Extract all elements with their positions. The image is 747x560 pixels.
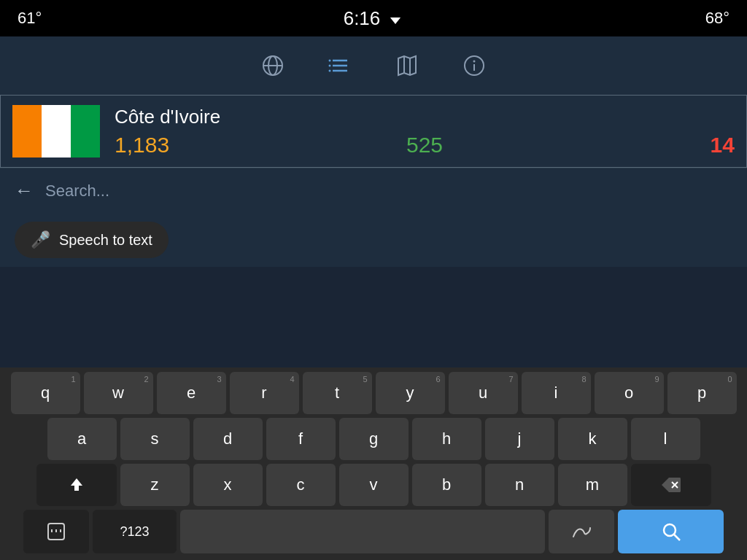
svg-point-8 [329, 65, 331, 67]
key-k[interactable]: k [558, 418, 627, 460]
key-t[interactable]: 5t [303, 372, 372, 414]
key-j[interactable]: j [485, 418, 554, 460]
flag-white [42, 105, 71, 158]
key-space[interactable] [180, 510, 545, 553]
key-x[interactable]: x [193, 464, 263, 506]
svg-point-9 [329, 70, 331, 72]
key-emoji[interactable] [23, 510, 89, 553]
key-d[interactable]: d [193, 418, 263, 460]
key-s[interactable]: s [120, 418, 190, 460]
key-l[interactable]: l [631, 418, 700, 460]
key-z[interactable]: z [120, 464, 190, 506]
flag-green [71, 105, 100, 158]
globe-icon[interactable] [261, 54, 285, 77]
back-button[interactable]: ← [15, 179, 34, 202]
key-u[interactable]: 7u [449, 372, 518, 414]
speech-to-text-button[interactable]: 🎤 Speech to text [15, 222, 169, 258]
keyboard-row-2: a s d f g h j k l [3, 418, 744, 460]
search-bar: ← Search... [0, 168, 747, 213]
keyboard-row-1: 1q 2w 3e 4r 5t 6y 7u 8i 9o 0p [3, 372, 744, 414]
temp-right: 68° [705, 9, 729, 28]
key-i[interactable]: 8i [522, 372, 591, 414]
handwrite-icon [570, 522, 592, 541]
svg-point-22 [664, 524, 676, 536]
key-a[interactable]: a [47, 418, 117, 460]
svg-marker-0 [390, 18, 400, 24]
country-stats: 1,183 525 14 [115, 133, 735, 158]
nav-bar [0, 36, 747, 95]
speech-label: Speech to text [59, 232, 152, 249]
keyboard-row-3: z x c v b n m [3, 464, 744, 506]
status-bar: 61° 6:16 68° [0, 0, 747, 36]
map-icon[interactable] [395, 54, 419, 77]
key-handwrite[interactable] [549, 510, 614, 553]
list-icon[interactable] [328, 54, 352, 77]
temp-left: 61° [18, 9, 42, 28]
key-shift[interactable] [36, 464, 117, 506]
key-search[interactable] [618, 510, 724, 553]
key-y[interactable]: 6y [376, 372, 445, 414]
search-icon [661, 521, 681, 542]
svg-point-7 [329, 60, 331, 62]
key-symbols[interactable]: ?123 [93, 510, 177, 553]
country-info: Côte d'Ivoire 1,183 525 14 [100, 106, 735, 158]
key-b[interactable]: b [412, 464, 481, 506]
keyboard: 1q 2w 3e 4r 5t 6y 7u 8i 9o 0p a s d f g … [0, 368, 747, 560]
key-h[interactable]: h [412, 418, 481, 460]
key-c[interactable]: c [266, 464, 336, 506]
time-display: 6:16 [344, 7, 381, 30]
key-v[interactable]: v [339, 464, 409, 506]
key-backspace[interactable] [631, 464, 711, 506]
mic-icon: 🎤 [31, 230, 50, 249]
country-card: Côte d'Ivoire 1,183 525 14 [0, 95, 747, 168]
status-center: 6:16 [344, 7, 404, 30]
svg-line-23 [674, 534, 680, 540]
country-name: Côte d'Ivoire [115, 106, 735, 128]
svg-point-15 [473, 61, 476, 63]
key-p[interactable]: 0p [667, 372, 737, 414]
stat-deaths: 14 [528, 133, 735, 158]
speech-area: 🎤 Speech to text [0, 213, 747, 267]
key-n[interactable]: n [485, 464, 554, 506]
key-e[interactable]: 3e [157, 372, 226, 414]
key-o[interactable]: 9o [595, 372, 664, 414]
key-w[interactable]: 2w [84, 372, 153, 414]
stat-total: 1,183 [115, 133, 321, 158]
key-f[interactable]: f [266, 418, 336, 460]
key-r[interactable]: 4r [230, 372, 299, 414]
backspace-icon [661, 477, 681, 493]
key-g[interactable]: g [339, 418, 409, 460]
flag-orange [12, 105, 42, 158]
keyboard-row-4: ?123 [3, 510, 744, 553]
shift-icon [68, 476, 85, 494]
search-placeholder[interactable]: Search... [45, 182, 109, 201]
key-m[interactable]: m [558, 464, 627, 506]
key-q[interactable]: 1q [11, 372, 80, 414]
country-flag [12, 105, 100, 158]
wifi-icon [387, 12, 403, 24]
info-icon[interactable] [462, 54, 486, 77]
emoji-icon [47, 522, 66, 541]
stat-recovered: 525 [321, 133, 527, 158]
svg-marker-10 [398, 56, 416, 75]
